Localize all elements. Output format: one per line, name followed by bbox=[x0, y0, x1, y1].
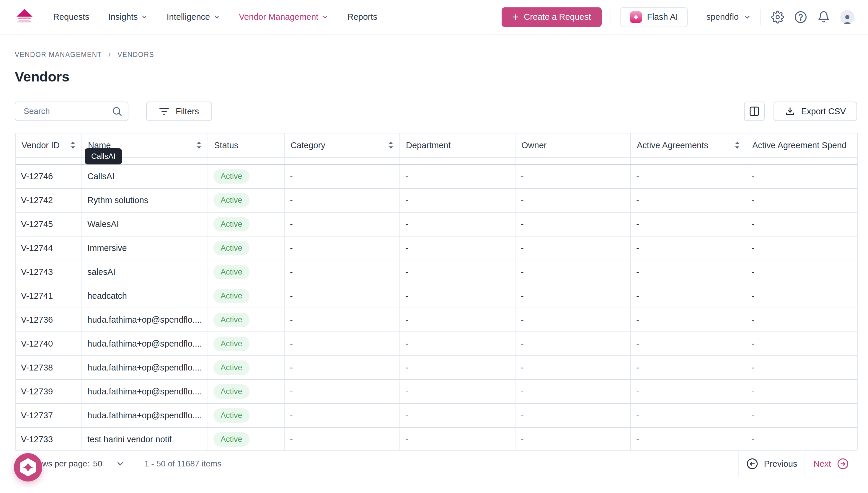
cell-name: test harini vendor notif bbox=[82, 428, 208, 450]
help-button[interactable] bbox=[794, 10, 807, 24]
breadcrumb: VENDOR MANAGEMENT / VENDORS bbox=[15, 50, 154, 59]
cell-status: Active bbox=[208, 428, 285, 450]
cell-status: Active bbox=[208, 284, 285, 308]
flash-ai-fab[interactable] bbox=[14, 453, 42, 481]
table-row[interactable]: V-12745WalesAIActive----- bbox=[16, 213, 858, 236]
flash-ai-button[interactable]: Flash AI bbox=[620, 7, 688, 27]
cell-category: - bbox=[285, 284, 400, 308]
cell-active-agreement-spend: - bbox=[746, 404, 858, 428]
divider bbox=[611, 9, 611, 25]
table-row[interactable]: V-12739huda.fathima+op@spendflo....Activ… bbox=[16, 380, 858, 404]
table-row[interactable]: V-12740huda.fathima+op@spendflo....Activ… bbox=[16, 332, 858, 356]
column-header-active-agreement-spend: Active Agreement Spend bbox=[746, 133, 858, 158]
page-title: Vendors bbox=[15, 68, 69, 85]
status-badge: Active bbox=[214, 432, 249, 447]
breadcrumb-separator: / bbox=[108, 50, 111, 59]
table-row[interactable]: V-12742Rythm solutionsActive----- bbox=[16, 189, 858, 213]
table-row[interactable]: V-12736huda.fathima+op@spendflo....Activ… bbox=[16, 308, 858, 332]
status-badge: Active bbox=[214, 313, 249, 327]
chevron-down-icon bbox=[116, 459, 125, 468]
nav-item-intelligence[interactable]: Intelligence bbox=[167, 12, 220, 22]
column-label: Owner bbox=[521, 141, 546, 150]
column-header-vendor-id[interactable]: Vendor ID bbox=[16, 133, 82, 158]
settings-button[interactable] bbox=[771, 10, 784, 24]
arrow-left-circle-icon bbox=[746, 458, 758, 470]
cell-category: - bbox=[285, 165, 400, 189]
cell-category: - bbox=[285, 356, 400, 380]
download-icon bbox=[785, 106, 795, 116]
column-header-category[interactable]: Category bbox=[285, 133, 400, 158]
create-request-button[interactable]: + Create a Request bbox=[502, 7, 601, 27]
breadcrumb-vendor-management[interactable]: VENDOR MANAGEMENT bbox=[15, 51, 102, 59]
cell-vendor-id: V-12738 bbox=[16, 356, 82, 380]
sort-icon bbox=[388, 141, 394, 150]
export-csv-button[interactable]: Export CSV bbox=[774, 102, 858, 121]
cell-active-agreements: - bbox=[631, 404, 746, 428]
notifications-button[interactable] bbox=[817, 10, 830, 24]
status-badge: Active bbox=[214, 193, 249, 208]
cell-active-agreements: - bbox=[631, 332, 746, 356]
cell-vendor-id: V-12742 bbox=[16, 189, 82, 213]
cell-name: WalesAI bbox=[82, 213, 208, 236]
cell-vendor-id: V-12736 bbox=[16, 308, 82, 332]
cell-vendor-id: V-12741 bbox=[16, 284, 82, 308]
column-header-owner: Owner bbox=[516, 133, 631, 158]
nav-item-requests[interactable]: Requests bbox=[53, 12, 89, 22]
cell-active-agreements: - bbox=[631, 284, 746, 308]
spendflo-logo-icon[interactable] bbox=[15, 8, 34, 26]
cell-active-agreement-spend: - bbox=[746, 284, 858, 308]
cell-vendor-id: V-12746 bbox=[16, 165, 82, 189]
bell-icon bbox=[817, 10, 830, 24]
cell-name: Rythm solutions bbox=[82, 189, 208, 213]
divider bbox=[697, 9, 697, 25]
cell-status: Active bbox=[208, 260, 285, 284]
column-label: Category bbox=[290, 141, 325, 150]
cell-status: Active bbox=[208, 165, 285, 189]
cell-active-agreements: - bbox=[631, 356, 746, 380]
column-label: Department bbox=[406, 141, 451, 150]
search-box bbox=[15, 102, 128, 121]
cell-category: - bbox=[285, 308, 400, 332]
table-row[interactable]: V-12741headcatchActive----- bbox=[16, 284, 858, 308]
cell-status: Active bbox=[208, 308, 285, 332]
flash-ai-gem-icon bbox=[630, 11, 642, 23]
arrow-right-circle-icon bbox=[837, 458, 849, 470]
table-row[interactable]: V-12737huda.fathima+op@spendflo....Activ… bbox=[16, 404, 858, 428]
table-row[interactable]: V-12744ImmersiveActive----- bbox=[16, 236, 858, 260]
nav-item-label: Vendor Management bbox=[239, 12, 318, 22]
cell-status: Active bbox=[208, 332, 285, 356]
previous-page-button[interactable]: Previous bbox=[738, 451, 804, 477]
cell-active-agreement-spend: - bbox=[746, 308, 858, 332]
user-avatar[interactable] bbox=[840, 10, 854, 24]
nav-item-insights[interactable]: Insights bbox=[108, 12, 148, 22]
status-badge: Active bbox=[214, 361, 249, 375]
rows-per-page-value: 50 bbox=[93, 459, 102, 469]
cell-owner: - bbox=[516, 236, 631, 260]
cell-owner: - bbox=[516, 356, 631, 380]
nav-item-vendor-management[interactable]: Vendor Management bbox=[239, 12, 328, 22]
sort-icon bbox=[734, 141, 740, 150]
cell-owner: - bbox=[516, 260, 631, 284]
table-row[interactable]: V-12733test harini vendor notifActive---… bbox=[16, 428, 858, 450]
cell-active-agreement-spend: - bbox=[746, 213, 858, 236]
cell-active-agreements: - bbox=[631, 165, 746, 189]
cell-active-agreements: - bbox=[631, 213, 746, 236]
column-settings-button[interactable] bbox=[744, 102, 765, 121]
filters-button[interactable]: Filters bbox=[146, 102, 212, 121]
next-page-button[interactable]: Next bbox=[804, 451, 857, 477]
cell-active-agreements: - bbox=[631, 308, 746, 332]
cell-name: huda.fathima+op@spendflo.... bbox=[82, 380, 208, 404]
table-row[interactable]: V-12746CallsAIActive----- bbox=[16, 165, 858, 189]
cell-active-agreement-spend: - bbox=[746, 380, 858, 404]
cell-active-agreement-spend: - bbox=[746, 332, 858, 356]
create-request-label: Create a Request bbox=[524, 12, 591, 22]
column-header-active-agreements[interactable]: Active Agreements bbox=[631, 133, 746, 158]
next-label: Next bbox=[813, 459, 831, 469]
nav-item-reports[interactable]: Reports bbox=[347, 12, 377, 22]
table-row[interactable]: V-12743salesAIActive----- bbox=[16, 260, 858, 284]
cell-active-agreement-spend: - bbox=[746, 236, 858, 260]
table-row[interactable]: V-12738huda.fathima+op@spendflo....Activ… bbox=[16, 356, 858, 380]
cell-active-agreement-spend: - bbox=[746, 165, 858, 189]
org-switcher[interactable]: spendflo bbox=[706, 12, 751, 22]
person-icon bbox=[842, 14, 853, 24]
